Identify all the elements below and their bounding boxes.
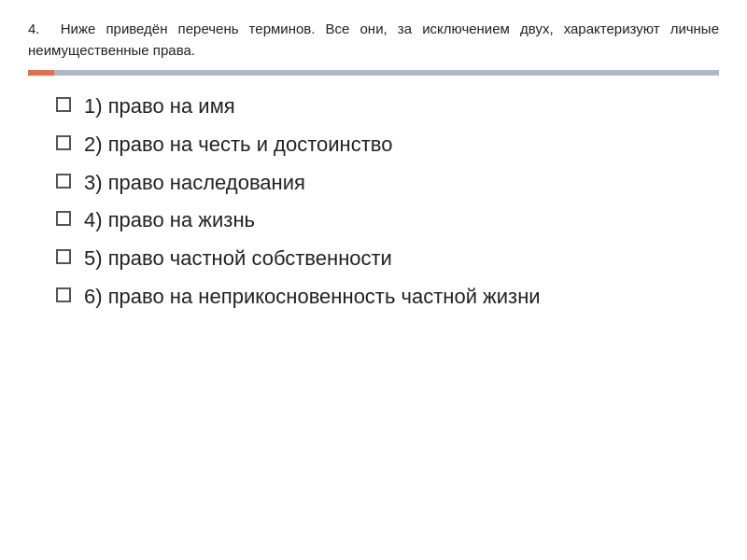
item-text-4: 4) право на жизнь [84,206,719,235]
list-item: 2) право на честь и достоинство [56,131,719,160]
list-item: 1) право на имя [56,92,719,121]
item-text-2: 2) право на честь и достоинство [84,131,719,160]
page: 4. Ниже приведён перечень терминов. Все … [0,0,747,560]
checkbox-icon [56,287,71,302]
item-text-6: 6) право на неприкосновенность частной ж… [84,283,719,312]
item-text-5: 5) право частной собственности [84,245,719,273]
checkbox-icon [56,97,71,112]
list-item: 5) право частной собственности [56,245,719,273]
checkbox-icon [56,135,71,150]
checkbox-icon [56,249,71,264]
divider-bar [28,70,719,76]
list-item: 6) право на неприкосновенность частной ж… [56,283,719,312]
list-item: 3) право наследования [56,169,719,198]
checkbox-icon [56,174,71,189]
list-item: 4) право на жизнь [56,206,719,235]
question-number: 4. [28,21,40,36]
items-list: 1) право на имя2) право на честь и досто… [56,92,719,312]
item-text-3: 3) право наследования [84,169,719,198]
question-body: Ниже приведён перечень терминов. Все они… [28,21,719,58]
question-text: 4. Ниже приведён перечень терминов. Все … [28,19,719,61]
checkbox-icon [56,211,71,226]
item-text-1: 1) право на имя [84,92,719,121]
